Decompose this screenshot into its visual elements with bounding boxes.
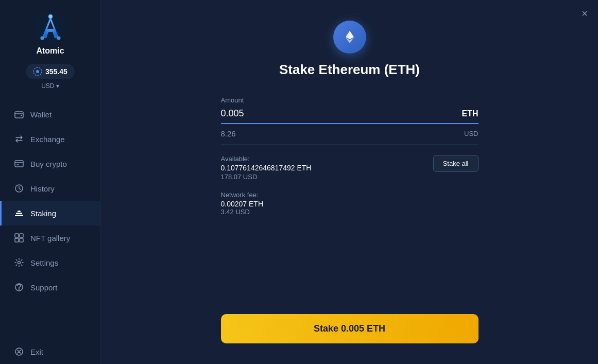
network-fee-section: Network fee: 0.00207 ETH 3.42 USD (221, 191, 479, 216)
available-section: Available: 0.10776142646817492 ETH 178.0… (221, 155, 312, 181)
atomic-logo-icon (35, 12, 66, 43)
sidebar-label-wallet: Wallet (30, 110, 52, 119)
available-usd: 178.07 USD (221, 173, 312, 181)
sidebar-label-exchange: Exchange (30, 135, 65, 144)
nav-bottom: Exit (0, 339, 100, 364)
wallet-icon (14, 109, 24, 119)
close-button[interactable]: × (582, 8, 588, 19)
svg-rect-16 (20, 238, 23, 242)
amount-label: Amount (221, 96, 479, 104)
amount-row: ETH (221, 108, 479, 124)
sidebar-label-support: Support (30, 283, 58, 292)
support-icon (14, 282, 24, 292)
amount-input[interactable] (221, 108, 462, 119)
sidebar-label-exit: Exit (30, 348, 43, 356)
sidebar: Atomic 355.45 USD ▾ Wallet (0, 0, 101, 364)
svg-rect-6 (15, 112, 23, 118)
sidebar-item-exchange[interactable]: Exchange (0, 127, 100, 151)
svg-rect-7 (21, 115, 22, 116)
eth-diamond-icon (341, 29, 358, 45)
stake-all-button[interactable]: Stake all (433, 155, 479, 172)
staking-icon (14, 208, 24, 218)
usd-value: 8.26 (221, 129, 465, 138)
sidebar-item-support[interactable]: Support (0, 275, 100, 300)
svg-rect-14 (20, 234, 23, 237)
balance-pill[interactable]: 355.45 (26, 64, 75, 79)
sidebar-item-settings[interactable]: Settings (0, 250, 100, 275)
fee-eth: 0.00207 ETH (221, 200, 479, 208)
available-label: Available: (221, 155, 312, 163)
currency-selector[interactable]: USD ▾ (41, 82, 59, 90)
balance-icon (33, 67, 42, 76)
svg-point-3 (57, 37, 60, 40)
svg-rect-12 (18, 211, 21, 212)
stake-submit-button[interactable]: Stake 0.005 ETH (221, 314, 479, 343)
svg-rect-10 (15, 215, 23, 216)
page-title: Stake Ethereum (ETH) (279, 62, 420, 78)
sidebar-label-history: History (30, 184, 55, 193)
sidebar-label-staking: Staking (30, 209, 56, 218)
sidebar-label-settings: Settings (30, 258, 58, 267)
svg-point-2 (40, 37, 44, 40)
nav-list: Wallet Exchange Buy crypto (0, 102, 100, 339)
sidebar-item-wallet[interactable]: Wallet (0, 102, 100, 127)
sidebar-item-exit[interactable]: Exit (0, 339, 100, 364)
svg-rect-15 (15, 238, 19, 242)
form-container: Amount ETH 8.26 USD Available: 0.1077614… (221, 96, 479, 232)
sidebar-item-nft-gallery[interactable]: NFT gallery (0, 226, 100, 250)
svg-rect-11 (16, 213, 22, 214)
amount-currency: ETH (462, 109, 479, 118)
svg-rect-8 (15, 161, 23, 167)
svg-marker-22 (350, 31, 354, 39)
settings-icon (14, 257, 24, 268)
svg-point-17 (18, 262, 21, 264)
info-row: Available: 0.10776142646817492 ETH 178.0… (221, 155, 479, 181)
app-name: Atomic (36, 46, 64, 56)
sidebar-item-history[interactable]: History (0, 176, 100, 201)
usd-label: USD (464, 130, 478, 137)
exchange-icon (14, 134, 24, 144)
sidebar-label-nft-gallery: NFT gallery (30, 234, 70, 242)
nft-gallery-icon (14, 233, 24, 243)
usd-row: 8.26 USD (221, 129, 479, 145)
balance-amount: 355.45 (45, 67, 67, 76)
svg-point-1 (48, 14, 53, 19)
svg-rect-13 (15, 234, 19, 237)
svg-point-5 (36, 70, 39, 73)
sidebar-item-staking[interactable]: Staking (0, 201, 100, 226)
sidebar-item-buy-crypto[interactable]: Buy crypto (0, 151, 100, 176)
sidebar-label-buy-crypto: Buy crypto (30, 160, 67, 168)
main-content: × Stake Ethereum (ETH) Amount ETH 8.26 U… (101, 0, 598, 364)
logo-wrap: Atomic (35, 12, 66, 56)
fee-usd: 3.42 USD (221, 208, 479, 216)
fee-label: Network fee: (221, 191, 479, 199)
buy-crypto-icon (14, 159, 24, 169)
exit-icon (14, 346, 24, 357)
eth-logo (333, 21, 366, 54)
history-icon (14, 183, 24, 194)
available-eth: 0.10776142646817492 ETH (221, 164, 312, 172)
